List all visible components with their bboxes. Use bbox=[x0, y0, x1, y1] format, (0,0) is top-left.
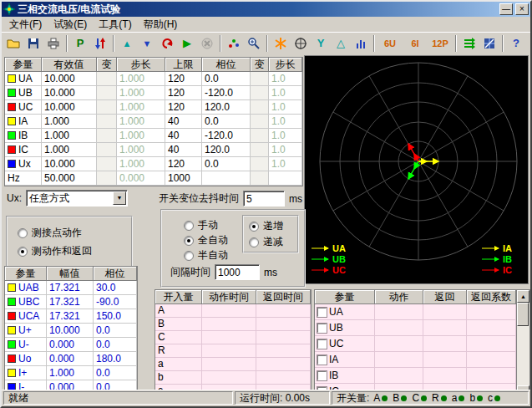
limit-cell[interactable]: 40 bbox=[165, 143, 202, 157]
zoom-button[interactable] bbox=[244, 34, 264, 53]
phase-step-cell[interactable]: 1.0 bbox=[269, 86, 302, 100]
vary-checkbox-cell[interactable] bbox=[97, 129, 117, 143]
revert-button[interactable] bbox=[157, 34, 177, 53]
value-cell[interactable]: 50.000 bbox=[42, 171, 97, 186]
value-cell[interactable]: 10.000 bbox=[42, 72, 97, 86]
radio-semi-auto[interactable]: 半自动 bbox=[184, 248, 228, 263]
value-cell[interactable]: 10.000 bbox=[42, 100, 97, 115]
value-cell[interactable]: 1.000 bbox=[42, 115, 97, 129]
limit-cell[interactable]: 40 bbox=[165, 129, 202, 143]
step-cell[interactable]: 1.000 bbox=[117, 143, 165, 157]
close-button[interactable]: × bbox=[515, 3, 529, 15]
menu-tools[interactable]: 工具(T) bbox=[93, 17, 137, 33]
vary-checkbox-cell[interactable] bbox=[251, 115, 269, 129]
phase-cell[interactable]: 0.0 bbox=[202, 115, 251, 129]
start-button[interactable]: ▶ bbox=[177, 34, 197, 53]
vary-checkbox-cell[interactable] bbox=[97, 171, 117, 186]
limit-cell[interactable]: 40 bbox=[165, 115, 202, 129]
vary-checkbox-cell[interactable] bbox=[97, 115, 117, 129]
six-u-button[interactable]: 6U bbox=[377, 34, 403, 53]
step-cell[interactable]: 1.000 bbox=[117, 100, 165, 115]
flash-test-button[interactable] bbox=[271, 34, 291, 53]
vary-checkbox-cell[interactable] bbox=[97, 86, 117, 100]
scroll-up-button[interactable]: ▲ bbox=[517, 290, 529, 303]
vector-grid-button[interactable] bbox=[479, 34, 499, 53]
menu-help[interactable]: 帮助(H) bbox=[138, 17, 184, 33]
limit-cell[interactable]: 1000 bbox=[165, 171, 202, 186]
limit-cell[interactable]: 120 bbox=[165, 157, 202, 171]
param-checkbox[interactable] bbox=[317, 308, 327, 317]
step-down-button[interactable]: ▼ bbox=[137, 34, 157, 53]
value-cell[interactable]: 10.000 bbox=[42, 86, 97, 100]
param-checkbox[interactable] bbox=[317, 339, 327, 349]
step-up-button[interactable]: ▲ bbox=[117, 34, 137, 53]
vary-checkbox-cell[interactable] bbox=[97, 72, 117, 86]
open-button[interactable] bbox=[3, 34, 23, 53]
radio-full-auto[interactable]: 全自动 bbox=[184, 233, 228, 247]
vary-checkbox-cell[interactable] bbox=[251, 157, 269, 171]
step-cell[interactable]: 1.000 bbox=[117, 115, 165, 129]
y-connection-button[interactable]: Y bbox=[311, 34, 331, 53]
radio-contact-action[interactable]: 测接点动作 bbox=[18, 226, 82, 240]
phase-cell[interactable]: 0.0 bbox=[202, 157, 251, 171]
ux-mode-select[interactable]: 任意方式 ▼ bbox=[26, 190, 128, 207]
phase-cell[interactable]: 120.0 bbox=[202, 143, 251, 157]
phase-step-cell[interactable] bbox=[269, 171, 302, 186]
radio-decrease[interactable]: 递减 bbox=[249, 235, 283, 249]
step-cell[interactable]: 1.000 bbox=[117, 129, 165, 143]
print-button[interactable] bbox=[43, 34, 63, 53]
phase-cell[interactable]: 120.0 bbox=[202, 100, 251, 115]
step-cell[interactable]: 1.000 bbox=[117, 72, 165, 86]
menu-test[interactable]: 试验(E) bbox=[48, 17, 93, 33]
phase-cell[interactable]: 0.0 bbox=[202, 72, 251, 86]
phase-cell[interactable]: -120.0 bbox=[202, 129, 251, 143]
phase-step-cell[interactable]: 1.0 bbox=[269, 100, 302, 115]
action-table-scrollbar[interactable]: ▲ ▼ bbox=[517, 289, 530, 390]
value-cell[interactable]: 1.000 bbox=[42, 129, 97, 143]
vary-checkbox-cell[interactable] bbox=[251, 143, 269, 157]
vary-checkbox-cell[interactable] bbox=[251, 100, 269, 115]
scroll-down-button[interactable]: ▼ bbox=[517, 385, 529, 390]
scroll-thumb[interactable] bbox=[517, 303, 529, 326]
save-button[interactable] bbox=[23, 34, 43, 53]
limit-cell[interactable]: 120 bbox=[165, 72, 202, 86]
scroll-track[interactable] bbox=[517, 303, 529, 385]
param-checkbox[interactable] bbox=[317, 387, 327, 390]
six-i-button[interactable]: 6I bbox=[403, 34, 428, 53]
p-output-button[interactable]: P bbox=[70, 34, 90, 53]
value-cell[interactable]: 1.000 bbox=[42, 143, 97, 157]
sequence-button[interactable] bbox=[459, 34, 479, 53]
io-switch-button[interactable] bbox=[90, 34, 110, 53]
param-checkbox[interactable] bbox=[317, 371, 327, 380]
radio-increase[interactable]: 递增 bbox=[249, 219, 283, 233]
vary-checkbox-cell[interactable] bbox=[97, 143, 117, 157]
menu-file[interactable]: 文件(F) bbox=[3, 17, 48, 33]
phasor-view-button[interactable] bbox=[291, 34, 311, 53]
phase-step-cell[interactable]: 1.0 bbox=[269, 72, 302, 86]
param-checkbox[interactable] bbox=[317, 324, 327, 333]
minimize-button[interactable]: — bbox=[499, 3, 513, 15]
dropdown-arrow-icon[interactable]: ▼ bbox=[113, 191, 126, 205]
phase-step-cell[interactable]: 1.0 bbox=[269, 115, 302, 129]
phase-cell[interactable]: -120.0 bbox=[202, 86, 251, 100]
radio-action-and-return[interactable]: 测动作和返回 bbox=[18, 244, 92, 258]
twelve-p-button[interactable]: 12P bbox=[428, 34, 453, 53]
delta-connection-button[interactable]: △ bbox=[331, 34, 351, 53]
vary-checkbox-cell[interactable] bbox=[251, 129, 269, 143]
phase-cell[interactable] bbox=[202, 171, 251, 186]
vary-checkbox-cell[interactable] bbox=[251, 86, 269, 100]
vary-checkbox-cell[interactable] bbox=[97, 157, 117, 171]
step-cell[interactable]: 1.000 bbox=[117, 86, 165, 100]
step-cell[interactable]: 0.000 bbox=[117, 171, 165, 186]
limit-cell[interactable]: 120 bbox=[165, 86, 202, 100]
debounce-input[interactable] bbox=[243, 191, 285, 207]
step-cell[interactable]: 1.000 bbox=[117, 157, 165, 171]
param-checkbox[interactable] bbox=[317, 355, 327, 365]
phase-step-cell[interactable]: 1.0 bbox=[269, 157, 302, 171]
phase-step-cell[interactable]: 1.0 bbox=[269, 129, 302, 143]
phase-step-cell[interactable]: 1.0 bbox=[269, 143, 302, 157]
help-button[interactable]: ? bbox=[506, 34, 526, 53]
stop-button[interactable] bbox=[197, 34, 217, 53]
limit-cell[interactable]: 120 bbox=[165, 100, 202, 115]
harmonics-button[interactable] bbox=[351, 34, 371, 53]
